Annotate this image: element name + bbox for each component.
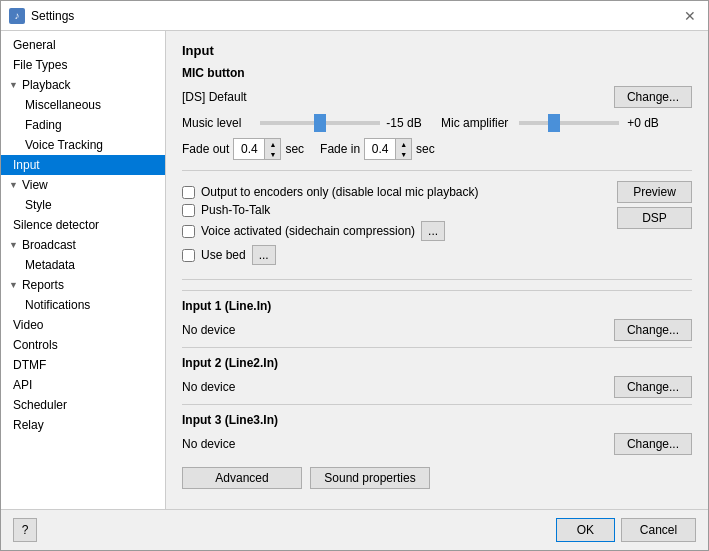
input1-change-button[interactable]: Change... — [614, 319, 692, 341]
divider-1 — [182, 170, 692, 171]
sidebar-item-voice-tracking[interactable]: Voice Tracking — [1, 135, 165, 155]
fade-out-spin-buttons: ▲ ▼ — [264, 139, 280, 159]
use-bed-checkbox[interactable] — [182, 249, 195, 262]
sidebar-item-file-types[interactable]: File Types — [1, 55, 165, 75]
input2-device-row: No device Change... — [182, 376, 692, 398]
playback-chevron: ▼ — [9, 80, 18, 90]
footer: ? OK Cancel — [1, 509, 708, 550]
content-area: General File Types ▼ Playback Miscellane… — [1, 31, 708, 509]
music-level-slider[interactable] — [260, 121, 380, 125]
sidebar-item-miscellaneous[interactable]: Miscellaneous — [1, 95, 165, 115]
broadcast-label: Broadcast — [22, 238, 76, 252]
voice-activated-label: Voice activated (sidechain compression) — [201, 224, 415, 238]
footer-left: ? — [13, 518, 37, 542]
input2-section: Input 2 (Line2.In) No device Change... — [182, 347, 692, 398]
titlebar-left: ♪ Settings — [9, 8, 74, 24]
voice-activated-checkbox[interactable] — [182, 225, 195, 238]
window-title: Settings — [31, 9, 74, 23]
broadcast-chevron: ▼ — [9, 240, 18, 250]
input3-section: Input 3 (Line3.In) No device Change... — [182, 404, 692, 455]
push-to-talk-checkbox[interactable] — [182, 204, 195, 217]
app-icon: ♪ — [9, 8, 25, 24]
mic-change-button[interactable]: Change... — [614, 86, 692, 108]
sidebar-item-input[interactable]: Input — [1, 155, 165, 175]
reports-label: Reports — [22, 278, 64, 292]
push-to-talk-label: Push-To-Talk — [201, 203, 270, 217]
fade-out-group: Fade out ▲ ▼ sec — [182, 138, 304, 160]
music-level-value: -15 dB — [384, 116, 424, 130]
output-encoders-row: Output to encoders only (disable local m… — [182, 185, 478, 199]
sidebar-item-metadata[interactable]: Metadata — [1, 255, 165, 275]
page-title: Input — [182, 43, 692, 58]
help-button[interactable]: ? — [13, 518, 37, 542]
fade-in-input[interactable] — [365, 140, 395, 158]
fade-out-spinner: ▲ ▼ — [233, 138, 281, 160]
push-to-talk-row: Push-To-Talk — [182, 203, 478, 217]
sidebar-item-broadcast[interactable]: ▼ Broadcast — [1, 235, 165, 255]
use-bed-row: Use bed ... — [182, 245, 478, 265]
fade-in-up-button[interactable]: ▲ — [395, 139, 411, 149]
use-bed-label: Use bed — [201, 248, 246, 262]
checkboxes-area: Output to encoders only (disable local m… — [182, 181, 478, 269]
mic-device-row: [DS] Default Change... — [182, 86, 692, 108]
input3-change-button[interactable]: Change... — [614, 433, 692, 455]
main-panel: Input MIC button [DS] Default Change... … — [166, 31, 708, 509]
fade-in-spin-buttons: ▲ ▼ — [395, 139, 411, 159]
sidebar-item-api[interactable]: API — [1, 375, 165, 395]
mic-device-name: [DS] Default — [182, 90, 247, 104]
input1-title: Input 1 (Line.In) — [182, 299, 692, 313]
sidebar-item-general[interactable]: General — [1, 35, 165, 55]
fade-out-input[interactable] — [234, 140, 264, 158]
sidebar-item-notifications[interactable]: Notifications — [1, 295, 165, 315]
mic-section: MIC button [DS] Default Change... Music … — [182, 66, 692, 280]
fade-in-group: Fade in ▲ ▼ sec — [320, 138, 435, 160]
input2-title: Input 2 (Line2.In) — [182, 356, 692, 370]
sidebar-item-style[interactable]: Style — [1, 195, 165, 215]
fade-in-spinner: ▲ ▼ — [364, 138, 412, 160]
input3-device-row: No device Change... — [182, 433, 692, 455]
advanced-button[interactable]: Advanced — [182, 467, 302, 489]
titlebar: ♪ Settings ✕ — [1, 1, 708, 31]
output-encoders-label: Output to encoders only (disable local m… — [201, 185, 478, 199]
sidebar-item-controls[interactable]: Controls — [1, 335, 165, 355]
input2-device-label: No device — [182, 380, 235, 394]
mic-amplifier-value: +0 dB — [623, 116, 663, 130]
fade-out-up-button[interactable]: ▲ — [264, 139, 280, 149]
mic-amp-slider-container: +0 dB — [519, 116, 692, 130]
sound-properties-button[interactable]: Sound properties — [310, 467, 430, 489]
input1-section: Input 1 (Line.In) No device Change... — [182, 290, 692, 341]
output-encoders-checkbox[interactable] — [182, 186, 195, 199]
dsp-button[interactable]: DSP — [617, 207, 692, 229]
sidebar-item-video[interactable]: Video — [1, 315, 165, 335]
sidebar-item-dtmf[interactable]: DTMF — [1, 355, 165, 375]
cancel-button[interactable]: Cancel — [621, 518, 696, 542]
close-button[interactable]: ✕ — [680, 6, 700, 26]
input2-change-button[interactable]: Change... — [614, 376, 692, 398]
use-bed-options-button[interactable]: ... — [252, 245, 276, 265]
footer-right: OK Cancel — [556, 518, 696, 542]
sidebar-item-silence-detector[interactable]: Silence detector — [1, 215, 165, 235]
reports-chevron: ▼ — [9, 280, 18, 290]
fade-out-label: Fade out — [182, 142, 229, 156]
options-area: Output to encoders only (disable local m… — [182, 181, 692, 269]
sidebar-item-relay[interactable]: Relay — [1, 415, 165, 435]
sidebar-item-fading[interactable]: Fading — [1, 115, 165, 135]
sidebar-item-playback[interactable]: ▼ Playback — [1, 75, 165, 95]
fade-row: Fade out ▲ ▼ sec Fade in — [182, 138, 692, 160]
view-chevron: ▼ — [9, 180, 18, 190]
sidebar-item-scheduler[interactable]: Scheduler — [1, 395, 165, 415]
fade-out-down-button[interactable]: ▼ — [264, 149, 280, 159]
mic-amplifier-slider[interactable] — [519, 121, 619, 125]
mic-section-title: MIC button — [182, 66, 692, 80]
fade-in-down-button[interactable]: ▼ — [395, 149, 411, 159]
sidebar-item-view[interactable]: ▼ View — [1, 175, 165, 195]
bottom-actions: Advanced Sound properties — [182, 467, 692, 489]
ok-button[interactable]: OK — [556, 518, 615, 542]
sidebar-item-reports[interactable]: ▼ Reports — [1, 275, 165, 295]
voice-activated-options-button[interactable]: ... — [421, 221, 445, 241]
music-level-label: Music level — [182, 116, 252, 130]
view-label: View — [22, 178, 48, 192]
music-level-row: Music level -15 dB Mic amplifier +0 dB — [182, 116, 692, 130]
preview-button[interactable]: Preview — [617, 181, 692, 203]
fade-out-sec-label: sec — [285, 142, 304, 156]
